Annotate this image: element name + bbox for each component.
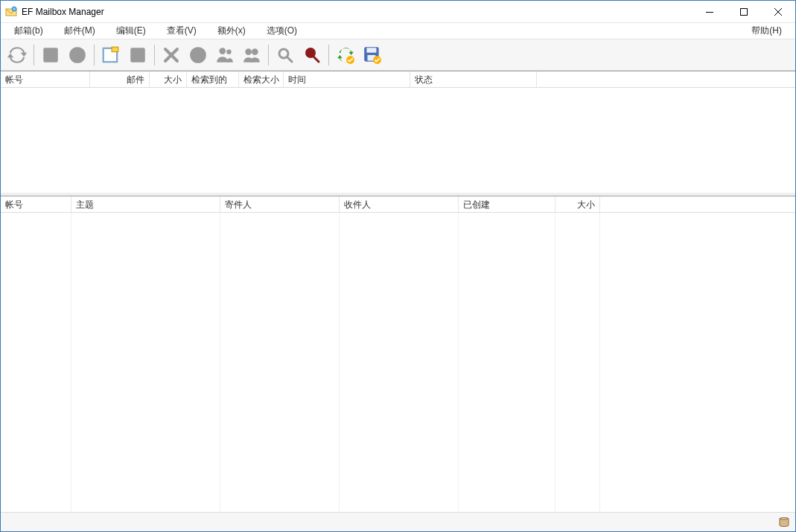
col2-size[interactable]: 大小 (555, 196, 600, 212)
svg-line-17 (313, 57, 319, 62)
maximize-button[interactable] (727, 1, 761, 22)
messages-grid-body[interactable] (1, 213, 795, 512)
open-mail-button[interactable] (126, 43, 150, 67)
svg-point-11 (226, 49, 232, 54)
col-status[interactable]: 状态 (410, 71, 537, 87)
users-alt-button[interactable] (240, 43, 264, 67)
svg-rect-8 (130, 48, 145, 63)
col-account[interactable]: 帐号 (1, 71, 90, 87)
titlebar: EF Mailbox Manager (1, 1, 795, 23)
app-title: EF Mailbox Manager (22, 7, 104, 17)
search-button[interactable] (273, 43, 297, 67)
svg-point-12 (245, 48, 252, 55)
new-mail-button[interactable] (99, 43, 123, 67)
toolbar-separator (154, 45, 155, 65)
svg-point-1 (12, 7, 16, 11)
messages-grid-header: 帐号 主题 寄件人 收件人 已创建 大小 (1, 196, 795, 213)
refresh-button[interactable] (5, 43, 29, 67)
col-filler (537, 71, 795, 87)
menu-mailbox[interactable]: 邮箱(b) (4, 23, 54, 39)
svg-point-23 (780, 517, 789, 519)
col2-filler (600, 196, 795, 212)
svg-rect-20 (366, 48, 376, 53)
pin-button[interactable] (300, 43, 324, 67)
col-time[interactable]: 时间 (284, 71, 410, 87)
svg-rect-4 (43, 48, 58, 63)
sync-download-button[interactable] (334, 43, 357, 67)
menu-mail[interactable]: 邮件(M) (54, 23, 106, 39)
svg-point-9 (190, 47, 206, 63)
toolbar-separator (94, 45, 95, 65)
status-log-icon[interactable] (777, 516, 791, 529)
menubar: 邮箱(b) 邮件(M) 编辑(E) 查看(V) 额外(x) 选项(O) 帮助(H… (1, 23, 795, 39)
save-button[interactable] (360, 43, 384, 67)
col2-account[interactable]: 帐号 (1, 196, 71, 212)
svg-point-5 (69, 47, 86, 63)
col2-subject[interactable]: 主题 (71, 196, 220, 212)
menu-view[interactable]: 查看(V) (156, 23, 207, 39)
delete-button[interactable] (159, 43, 183, 67)
col-retrieved[interactable]: 检索到的 (187, 71, 239, 87)
svg-line-15 (287, 57, 292, 62)
col2-to[interactable]: 收件人 (340, 196, 459, 212)
window-controls (692, 1, 795, 22)
svg-point-13 (252, 48, 258, 55)
toolbar (1, 39, 795, 71)
menu-extra[interactable]: 额外(x) (207, 23, 256, 39)
col2-created[interactable]: 已创建 (459, 196, 555, 212)
accounts-panel: 帐号 邮件 大小 检索到的 检索大小 时间 状态 (1, 71, 795, 196)
menu-options[interactable]: 选项(O) (256, 23, 308, 39)
svg-rect-7 (112, 47, 118, 51)
svg-point-10 (219, 48, 226, 54)
minimize-button[interactable] (692, 1, 727, 22)
accounts-grid-header: 帐号 邮件 大小 检索到的 检索大小 时间 状态 (1, 71, 795, 88)
col2-from[interactable]: 寄件人 (220, 196, 340, 212)
svg-rect-2 (706, 12, 713, 13)
statusbar (1, 512, 795, 531)
col-retrieved-size[interactable]: 检索大小 (239, 71, 284, 87)
svg-rect-3 (741, 8, 748, 15)
app-window: EF Mailbox Manager 邮箱(b) 邮件(M) 编辑(E) 查看(… (0, 0, 796, 532)
menu-help[interactable]: 帮助(H) (741, 23, 792, 39)
messages-panel: 帐号 主题 寄件人 收件人 已创建 大小 (1, 196, 795, 512)
toolbar-separator (328, 45, 329, 65)
users-button[interactable] (213, 43, 237, 67)
stop-square-button[interactable] (39, 43, 63, 67)
mark-button[interactable] (186, 43, 210, 67)
col-size[interactable]: 大小 (150, 71, 187, 87)
stop-circle-button[interactable] (66, 43, 89, 67)
toolbar-separator (34, 45, 34, 65)
accounts-grid-body[interactable] (1, 88, 795, 193)
menu-edit[interactable]: 编辑(E) (106, 23, 156, 39)
close-button[interactable] (761, 1, 795, 22)
col-mail[interactable]: 邮件 (90, 71, 150, 87)
toolbar-separator (268, 45, 269, 65)
app-icon (5, 6, 17, 18)
